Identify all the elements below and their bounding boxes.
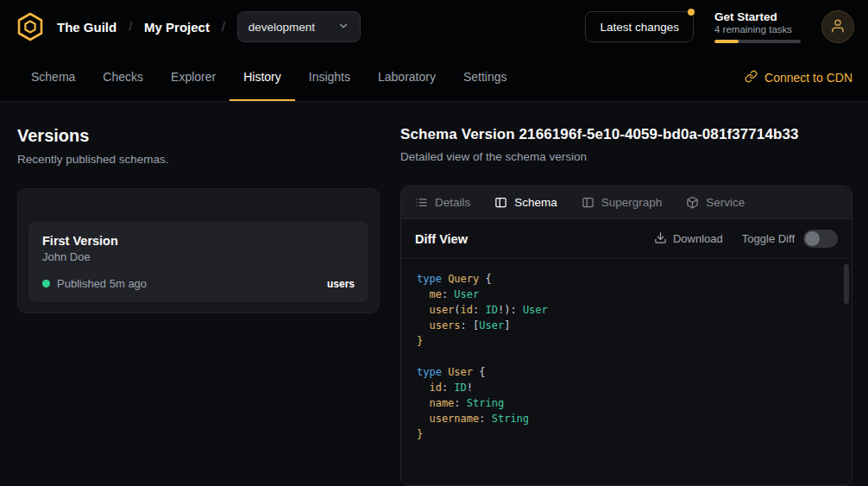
detail-tab-supergraph[interactable]: Supergraph [582, 196, 663, 209]
target-selector-value: development [248, 21, 315, 34]
scrollbar[interactable] [844, 264, 849, 480]
top-header: The Guild / My Project / development Lat… [0, 0, 868, 54]
detail-tab-list: DetailsSchemaSupergraphService [401, 186, 852, 219]
content: Versions Recently published schemas. Fir… [0, 102, 868, 486]
version-item[interactable]: First VersionJohn DoePublished 5m agouse… [28, 222, 368, 302]
user-icon [830, 18, 846, 36]
nav-tab-history[interactable]: History [230, 54, 295, 101]
latest-changes-label: Latest changes [600, 21, 679, 34]
panels-icon [494, 196, 507, 209]
diff-view-actions: Download Toggle Diff [654, 230, 838, 248]
versions-title: Versions [17, 126, 380, 146]
version-list: First VersionJohn DoePublished 5m agouse… [28, 222, 368, 302]
get-started-progress-fill [714, 40, 739, 43]
detail-tab-label: Supergraph [601, 196, 663, 209]
nav-tab-list: SchemaChecksExplorerHistoryInsightsLabor… [17, 54, 521, 101]
versions-panel: Versions Recently published schemas. Fir… [17, 126, 380, 486]
breadcrumb: The Guild / My Project / development [16, 11, 361, 42]
published-status-dot [42, 280, 50, 287]
version-author: John Doe [42, 250, 355, 263]
link-icon [745, 70, 758, 85]
get-started-progressbar [714, 40, 801, 43]
breadcrumb-separator: / [129, 20, 132, 34]
nav-tab-settings[interactable]: Settings [450, 54, 521, 101]
nav-tab-checks[interactable]: Checks [89, 54, 157, 101]
get-started-title: Get Started [714, 10, 801, 23]
version-name: First Version [42, 234, 355, 248]
org-name[interactable]: The Guild [57, 20, 116, 35]
download-button[interactable]: Download [654, 231, 723, 247]
code-line: type User { [417, 364, 836, 380]
detail-tab-label: Service [706, 196, 745, 209]
nav-tab-laboratory[interactable]: Laboratory [364, 54, 450, 101]
notification-dot [688, 9, 695, 16]
target-selector[interactable]: development [237, 11, 361, 42]
schema-code: type Query { me: User user(id: ID!): Use… [417, 271, 836, 442]
code-line: type Query { [417, 271, 836, 287]
nav-tab-insights[interactable]: Insights [295, 54, 364, 101]
chevron-down-icon [337, 20, 349, 35]
code-line: } [417, 333, 836, 349]
get-started-panel[interactable]: Get Started 4 remaining tasks [714, 10, 801, 43]
detail-tab-label: Schema [514, 196, 557, 209]
download-label: Download [673, 232, 723, 245]
nav-tab-schema[interactable]: Schema [17, 54, 89, 101]
versions-list-card: First VersionJohn DoePublished 5m agouse… [17, 188, 380, 313]
download-icon [654, 231, 667, 247]
list-icon [415, 196, 428, 209]
connect-to-cdn-link[interactable]: Connect to CDN [745, 54, 852, 101]
switch-knob [805, 231, 820, 246]
diff-view-toolbar: Diff View Download Toggle Diff [401, 219, 852, 259]
code-line: id: ID! [417, 380, 836, 395]
toggle-diff-label: Toggle Diff [742, 232, 795, 245]
detail-tab-details[interactable]: Details [415, 196, 470, 209]
code-line: me: User [417, 287, 836, 302]
schema-version-title: Schema Version 2166196f-5e10-4059-bd0a-0… [400, 126, 852, 143]
latest-changes-button[interactable]: Latest changes [585, 11, 694, 42]
connect-to-cdn-label: Connect to CDN [764, 71, 852, 85]
version-status: Published 5m ago [57, 277, 147, 290]
schema-version-panel: Schema Version 2166196f-5e10-4059-bd0a-0… [400, 126, 852, 486]
scrollbar-thumb[interactable] [844, 264, 849, 304]
project-name[interactable]: My Project [144, 20, 210, 35]
box-icon [686, 196, 699, 209]
code-line: user(id: ID!): User [417, 302, 836, 318]
code-line: username: String [417, 411, 836, 426]
toggle-diff-switch[interactable] [803, 230, 838, 248]
code-line: users: [User] [417, 318, 836, 333]
breadcrumb-separator: / [222, 20, 225, 34]
schema-code-viewer[interactable]: type Query { me: User user(id: ID!): Use… [401, 259, 852, 485]
detail-tab-service[interactable]: Service [686, 196, 745, 209]
versions-subtitle: Recently published schemas. [17, 153, 380, 166]
detail-tab-label: Details [435, 196, 470, 209]
panels-icon [582, 196, 594, 209]
code-line: } [417, 426, 836, 442]
guild-hive-logo-icon[interactable] [16, 12, 45, 41]
toggle-diff-control: Toggle Diff [742, 230, 838, 248]
user-avatar[interactable] [821, 10, 854, 43]
version-status-row: Published 5m agousers [42, 277, 355, 290]
main-nav: SchemaChecksExplorerHistoryInsightsLabor… [0, 54, 868, 102]
detail-tab-schema[interactable]: Schema [494, 196, 557, 209]
diff-view-title: Diff View [415, 232, 468, 246]
get-started-subtitle: 4 remaining tasks [714, 24, 801, 35]
schema-version-detail-card: DetailsSchemaSupergraphService Diff View… [400, 186, 852, 486]
code-line: name: String [417, 395, 836, 411]
service-name-badge: users [327, 278, 355, 290]
nav-tab-explorer[interactable]: Explorer [157, 54, 230, 101]
header-actions: Latest changes Get Started 4 remaining t… [585, 10, 854, 43]
schema-version-subtitle: Detailed view of the schema version [400, 150, 852, 163]
code-line [417, 349, 836, 364]
